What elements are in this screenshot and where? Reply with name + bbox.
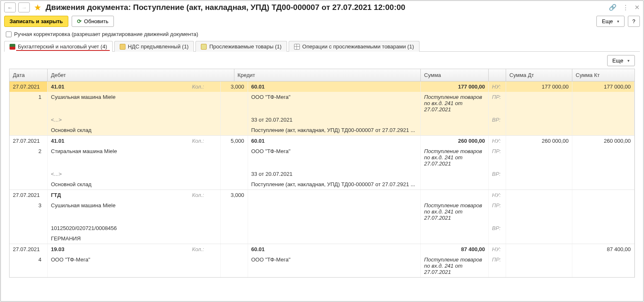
entries-table: Дата Дебет Кредит Сумма Сумма Дт Сумма К…: [9, 69, 635, 278]
cell-index: 2: [10, 146, 48, 169]
tab-accounting[interactable]: Бухгалтерский и налоговый учет (4): [4, 41, 113, 52]
cell-credit-acc: 60.01: [248, 81, 421, 92]
cell-vr-tag: ВР:: [489, 277, 506, 278]
cell-debit-line: Поступление (акт, накладная, УПД) ТД00-0…: [48, 277, 221, 278]
cell-date: 27.07.2021: [10, 81, 48, 92]
table-row[interactable]: 27.07.202141.01Кол.:5,00060.01260 000,00…: [10, 136, 634, 190]
kebab-menu-icon[interactable]: ⋮: [622, 4, 629, 11]
cell-index: 4: [10, 254, 48, 277]
cell-debit-line: ГЕРМАНИЯ: [48, 233, 221, 244]
cell-credit-line: Поступление (акт, накладная, УПД) ТД00-0…: [248, 179, 421, 189]
cell-credit-acc: [248, 190, 421, 200]
tab-traceable-ops[interactable]: Операции с прослеживаемыми товарами (1): [289, 41, 420, 52]
cell-debit-line: <...>: [48, 115, 221, 125]
nav-back-button[interactable]: ←: [4, 2, 16, 12]
link-icon[interactable]: 🔗: [609, 4, 617, 11]
cell-credit-acc: 60.01: [248, 244, 421, 254]
col-sumkt[interactable]: Сумма Кт: [572, 69, 634, 81]
tab-traceable-goods[interactable]: Прослеживаемые товары (1): [195, 41, 287, 52]
cell-debit-acc: 41.01Кол.:: [48, 136, 221, 146]
tab-label: Операции с прослеживаемыми товарами (1): [302, 43, 414, 50]
accounting-icon: [10, 44, 15, 50]
cell-debit-line: ООО "ТФ-Мега": [48, 254, 221, 277]
cell-credit-line: [248, 233, 421, 244]
page-title: Движения документа: Поступление (акт, на…: [46, 3, 606, 12]
cell-credit-line: 33 от 20.07.2021: [248, 277, 421, 278]
cell-pr-tag: ПР:: [489, 254, 506, 277]
table-row[interactable]: 27.07.2021ГТДКол.:3,000НУ:3Сушильная маш…: [10, 190, 634, 244]
main-toolbar: Записать и закрыть ⟳Обновить Еще ?: [1, 14, 643, 31]
manual-edit-checkbox[interactable]: [6, 31, 12, 37]
table-row[interactable]: 27.07.202141.01Кол.:3,00060.01177 000,00…: [10, 81, 634, 136]
favorite-star-icon[interactable]: ★: [34, 2, 41, 12]
cell-credit-line: 33 от 20.07.2021: [248, 169, 421, 179]
cell-date: 27.07.2021: [10, 190, 48, 200]
cell-sum: 87 400,00: [421, 244, 489, 254]
cell-vr-tag: ВР:: [489, 223, 506, 233]
cell-sumkt: 177 000,00: [572, 81, 634, 92]
cell-credit-acc: 60.01: [248, 136, 421, 146]
cell-debit-acc: ГТДКол.:: [48, 190, 221, 200]
cell-credit-line: ООО "ТФ-Мега": [248, 92, 421, 115]
col-credit[interactable]: Кредит: [234, 69, 421, 81]
tab-vat[interactable]: НДС предъявленный (1): [114, 41, 194, 52]
col-debit[interactable]: Дебет: [48, 69, 234, 81]
cell-sum: 177 000,00: [421, 81, 489, 92]
cell-credit-line: Поступление (акт, накладная, УПД) ТД00-0…: [248, 125, 421, 135]
cell-sum: 260 000,00: [421, 136, 489, 146]
manual-edit-row: Ручная корректировка (разрешает редактир…: [1, 31, 643, 41]
cell-debit-line: Сушильная машина Miele: [48, 92, 221, 115]
cell-sum-note: Поступление товаров по вх.д. 241 от 27.0…: [421, 92, 489, 115]
cell-credit-line: [248, 223, 421, 233]
cell-nu-tag: НУ:: [489, 81, 506, 92]
cell-debit-acc: 19.03Кол.:: [48, 244, 221, 254]
cell-qty: 3,000: [221, 81, 248, 92]
cell-sum-note: Поступление товаров по вх.д. 241 от 27.0…: [421, 254, 489, 277]
cell-debit-acc: 41.01Кол.:: [48, 81, 221, 92]
grid-more-button[interactable]: Еще: [607, 55, 635, 66]
cell-vr-tag: ВР:: [489, 115, 506, 125]
cell-pr-tag: ПР:: [489, 92, 506, 115]
cell-debit-line: Сушильная машина Miele: [48, 200, 221, 223]
tab-label: Бухгалтерский и налоговый учет (4): [18, 43, 107, 50]
cell-index: 1: [10, 92, 48, 115]
col-sum[interactable]: Сумма: [421, 69, 489, 81]
cell-date: 27.07.2021: [10, 136, 48, 146]
tab-label: НДС предъявленный (1): [128, 43, 189, 50]
cell-debit-line: <...>: [48, 169, 221, 179]
cell-nu-tag: НУ:: [489, 190, 506, 200]
grid-toolbar: Еще: [1, 52, 643, 69]
col-date[interactable]: Дата: [10, 69, 48, 81]
cell-index: 3: [10, 200, 48, 223]
cell-sumdt: 260 000,00: [506, 136, 572, 146]
table-header: Дата Дебет Кредит Сумма Сумма Дт Сумма К…: [10, 69, 634, 81]
save-close-button[interactable]: Записать и закрыть: [4, 16, 68, 27]
tab-label: Прослеживаемые товары (1): [209, 43, 281, 50]
cell-sumkt: 260 000,00: [572, 136, 634, 146]
cell-debit-line: Основной склад: [48, 179, 221, 189]
cell-sumdt: 177 000,00: [506, 81, 572, 92]
cell-sumdt: [506, 190, 572, 200]
doc-icon: [201, 44, 207, 50]
cell-sumkt: 87 400,00: [572, 244, 634, 254]
nav-forward-button[interactable]: →: [18, 2, 30, 12]
cell-pr-tag: ПР:: [489, 146, 506, 169]
col-sumdt[interactable]: Сумма Дт: [506, 69, 572, 81]
cell-qty: 5,000: [221, 136, 248, 146]
refresh-icon: ⟳: [77, 18, 82, 24]
table-icon: [294, 44, 300, 50]
cell-nu-tag: НУ:: [489, 244, 506, 254]
close-icon[interactable]: ✕: [634, 4, 640, 11]
more-button[interactable]: Еще: [596, 16, 624, 27]
doc-icon: [120, 44, 125, 50]
cell-credit-line: [248, 200, 421, 223]
cell-credit-line: ООО "ТФ-Мега": [248, 146, 421, 169]
refresh-button[interactable]: ⟳Обновить: [72, 16, 114, 27]
titlebar: ← → ★ Движения документа: Поступление (а…: [1, 1, 643, 14]
help-button[interactable]: ?: [628, 16, 640, 27]
refresh-label: Обновить: [84, 18, 109, 24]
cell-sumkt: [572, 190, 634, 200]
table-row[interactable]: 27.07.202119.03Кол.:60.0187 400,00НУ:87 …: [10, 244, 634, 278]
cell-qty: [221, 244, 248, 254]
cell-sum: [421, 190, 489, 200]
